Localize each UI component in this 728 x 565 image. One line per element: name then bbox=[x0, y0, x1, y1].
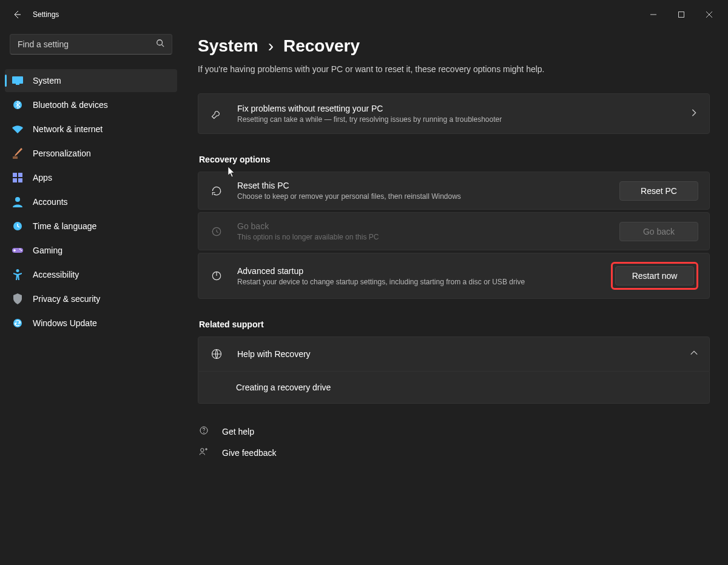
sidebar-item-label: Accessibility bbox=[33, 270, 79, 279]
back-button[interactable] bbox=[5, 2, 29, 27]
troubleshoot-card[interactable]: Fix problems without resetting your PC R… bbox=[198, 93, 710, 134]
svg-point-18 bbox=[21, 250, 22, 251]
recovery-options-heading: Recovery options bbox=[199, 155, 710, 164]
minimize-button[interactable] bbox=[639, 5, 667, 24]
sidebar-item-label: Network & internet bbox=[33, 124, 103, 134]
svg-rect-13 bbox=[18, 178, 22, 182]
get-help-link[interactable]: Get help bbox=[198, 421, 710, 442]
history-icon bbox=[209, 226, 224, 238]
search-input[interactable] bbox=[18, 39, 156, 49]
go-back-button: Go back bbox=[619, 222, 698, 241]
sidebar-item-time-language[interactable]: Time & language bbox=[5, 215, 177, 238]
troubleshoot-subtitle: Resetting can take a while — first, try … bbox=[237, 115, 676, 124]
svg-point-4 bbox=[157, 40, 163, 45]
sidebar-item-label: System bbox=[33, 76, 61, 85]
wifi-icon bbox=[12, 124, 23, 135]
brush-icon bbox=[12, 148, 23, 159]
search-icon bbox=[156, 39, 164, 50]
sidebar-item-network-internet[interactable]: Network & internet bbox=[5, 118, 177, 141]
reset-subtitle: Choose to keep or remove your personal f… bbox=[237, 192, 606, 201]
sidebar-item-accounts[interactable]: Accounts bbox=[5, 190, 177, 213]
display-icon bbox=[12, 75, 23, 86]
sidebar-item-privacy-security[interactable]: Privacy & security bbox=[5, 287, 177, 310]
sidebar-item-label: Accounts bbox=[33, 197, 68, 207]
sidebar-item-label: Apps bbox=[33, 173, 52, 182]
sidebar-item-windows-update[interactable]: Windows Update bbox=[5, 312, 177, 335]
svg-point-26 bbox=[204, 432, 204, 433]
app-title: Settings bbox=[33, 10, 59, 19]
breadcrumb-parent[interactable]: System bbox=[198, 36, 258, 56]
help-recovery-card[interactable]: Help with Recovery bbox=[198, 336, 710, 372]
give-feedback-link[interactable]: Give feedback bbox=[198, 442, 710, 463]
svg-point-14 bbox=[15, 197, 20, 202]
svg-rect-6 bbox=[12, 76, 23, 84]
window-controls bbox=[639, 5, 723, 24]
reset-pc-row: Reset this PC Choose to keep or remove y… bbox=[198, 172, 710, 210]
reset-pc-button[interactable]: Reset PC bbox=[619, 181, 698, 201]
chevron-up-icon bbox=[690, 349, 698, 359]
clock-icon bbox=[12, 221, 23, 232]
bluetooth-icon bbox=[12, 99, 23, 110]
close-button[interactable] bbox=[695, 5, 723, 24]
minimize-icon bbox=[650, 12, 656, 18]
go-back-subtitle: This option is no longer available on th… bbox=[237, 233, 606, 241]
sidebar-item-apps[interactable]: Apps bbox=[5, 166, 177, 189]
sidebar-item-label: Time & language bbox=[33, 221, 96, 231]
go-back-row: Go back This option is no longer availab… bbox=[198, 212, 710, 250]
annotation-highlight: Restart now bbox=[611, 262, 698, 290]
troubleshoot-title: Fix problems without resetting your PC bbox=[237, 104, 676, 113]
svg-rect-9 bbox=[13, 156, 18, 159]
sidebar-nav: SystemBluetooth & devicesNetwork & inter… bbox=[5, 69, 177, 335]
sidebar-item-label: Privacy & security bbox=[33, 294, 100, 304]
search-box[interactable] bbox=[10, 34, 172, 55]
advanced-startup-row: Advanced startup Restart your device to … bbox=[198, 253, 710, 299]
person-icon bbox=[12, 196, 23, 207]
power-icon bbox=[209, 270, 224, 282]
sidebar-item-gaming[interactable]: Gaming bbox=[5, 239, 177, 262]
svg-rect-7 bbox=[16, 84, 19, 85]
svg-rect-11 bbox=[18, 173, 22, 177]
arrow-left-icon bbox=[12, 10, 22, 19]
svg-point-17 bbox=[19, 249, 21, 250]
shield-icon bbox=[12, 293, 23, 304]
sidebar-item-system[interactable]: System bbox=[5, 69, 177, 92]
sync-icon bbox=[12, 318, 23, 329]
maximize-button[interactable] bbox=[667, 5, 695, 24]
sidebar-item-personalization[interactable]: Personalization bbox=[5, 142, 177, 165]
sidebar-item-label: Gaming bbox=[33, 246, 62, 255]
close-icon bbox=[706, 12, 712, 18]
page-description: If you're having problems with your PC o… bbox=[198, 64, 710, 74]
advanced-subtitle: Restart your device to change startup se… bbox=[237, 278, 598, 286]
content: System › Recovery If you're having probl… bbox=[182, 29, 728, 565]
gamepad-icon bbox=[12, 245, 23, 256]
svg-line-5 bbox=[162, 45, 164, 47]
accessibility-icon bbox=[12, 269, 23, 280]
chevron-right-icon bbox=[690, 109, 698, 119]
maximize-icon bbox=[678, 12, 684, 18]
globe-icon bbox=[209, 348, 224, 360]
reset-icon bbox=[209, 185, 224, 197]
apps-icon bbox=[12, 172, 23, 183]
create-recovery-drive-link[interactable]: Creating a recovery drive bbox=[198, 372, 710, 404]
sidebar: SystemBluetooth & devicesNetwork & inter… bbox=[0, 29, 182, 565]
sidebar-item-label: Bluetooth & devices bbox=[33, 100, 108, 110]
go-back-title: Go back bbox=[237, 221, 606, 231]
sidebar-item-label: Personalization bbox=[33, 149, 91, 158]
related-support-heading: Related support bbox=[199, 319, 710, 329]
wrench-icon bbox=[209, 108, 224, 120]
restart-now-button[interactable]: Restart now bbox=[615, 266, 694, 286]
svg-point-27 bbox=[201, 449, 204, 452]
advanced-title: Advanced startup bbox=[237, 266, 598, 276]
sidebar-item-bluetooth-devices[interactable]: Bluetooth & devices bbox=[5, 93, 177, 116]
svg-rect-10 bbox=[13, 173, 17, 177]
svg-rect-1 bbox=[679, 12, 684, 18]
sidebar-item-accessibility[interactable]: Accessibility bbox=[5, 263, 177, 286]
sidebar-item-label: Windows Update bbox=[33, 318, 97, 328]
feedback-icon bbox=[199, 447, 210, 458]
titlebar: Settings bbox=[0, 0, 728, 29]
help-recovery-label: Help with Recovery bbox=[237, 349, 676, 359]
breadcrumb: System › Recovery bbox=[198, 36, 710, 56]
give-feedback-label: Give feedback bbox=[222, 448, 277, 458]
reset-title: Reset this PC bbox=[237, 181, 606, 190]
help-icon bbox=[199, 426, 210, 437]
